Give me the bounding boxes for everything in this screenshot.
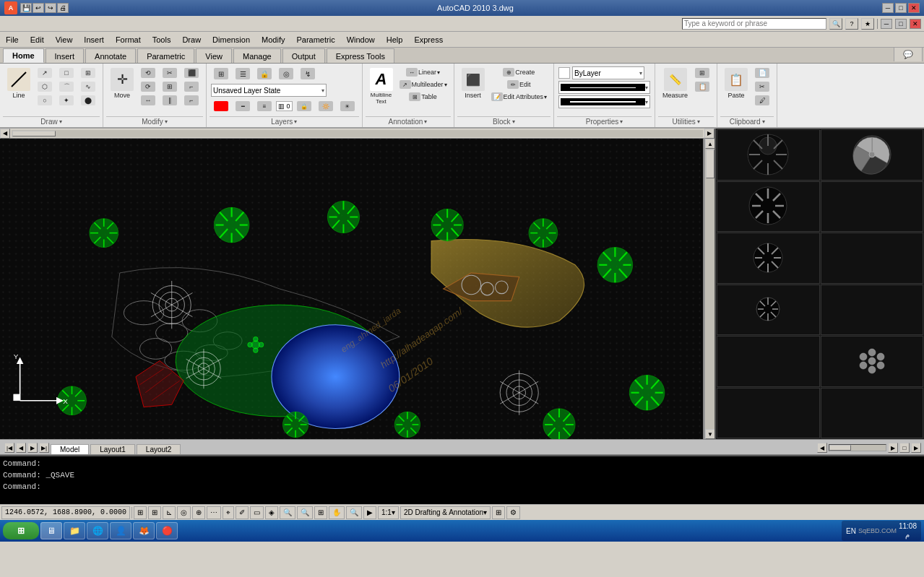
layer-dropdown[interactable]: Unsaved Layer State ▾ <box>211 84 327 97</box>
tab-chat-icon[interactable]: 💬 <box>894 47 923 61</box>
menu-insert[interactable]: Insert <box>78 32 110 47</box>
draw-btn-8[interactable]: ∿ <box>78 80 98 93</box>
menu-help[interactable]: Help <box>381 32 409 47</box>
minimize-btn[interactable]: ─ <box>882 3 894 13</box>
menu-edit[interactable]: Edit <box>25 32 50 47</box>
tool-cell-4[interactable] <box>821 181 924 233</box>
mod-btn-1[interactable]: ⟲ <box>138 66 158 79</box>
layer-num-input[interactable]: ▥ 0 <box>276 101 293 111</box>
hscroll2-next[interactable]: ▶ <box>911 443 921 453</box>
grid-btn[interactable]: ⊞ <box>148 506 161 519</box>
mod-btn-9[interactable]: ⌐ <box>181 94 202 107</box>
taskbar-btn-1[interactable]: 🖥 <box>40 522 62 539</box>
coordinates-display[interactable]: 1246.0572, 1688.8900, 0.0000 <box>1 506 130 519</box>
tab-annotate[interactable]: Annotate <box>85 48 136 63</box>
hscroll2-expand[interactable]: □ <box>899 443 910 453</box>
tool-cell-10[interactable] <box>821 336 924 387</box>
hscroll-right-btn[interactable]: ▶ <box>704 129 714 139</box>
taskbar-btn-2[interactable]: 📁 <box>64 522 85 539</box>
close-btn[interactable]: ✕ <box>908 3 920 13</box>
draw-group-label[interactable]: Draw ▾ <box>3 116 100 126</box>
redo-btn[interactable]: ↪ <box>45 3 56 13</box>
lineweight-dropdown[interactable]: ▾ <box>558 95 650 108</box>
tab-output[interactable]: Output <box>282 48 325 63</box>
cmd-input[interactable] <box>41 482 921 491</box>
hscroll2-right[interactable]: ▶ <box>888 443 898 453</box>
workspace-dropdown[interactable]: 2D Drafting & Annotation ▾ <box>400 506 491 519</box>
quick-save-btn[interactable]: 💾 <box>20 3 32 13</box>
hscroll2-left[interactable]: ◀ <box>817 443 827 453</box>
layer-btn-4[interactable]: ◎ <box>276 66 296 81</box>
polar-btn[interactable]: ◎ <box>177 506 191 519</box>
maximize-btn[interactable]: □ <box>895 3 907 13</box>
modify-group-label[interactable]: Modify ▾ <box>106 116 203 126</box>
menu-dimension[interactable]: Dimension <box>207 32 256 47</box>
color-dropdown[interactable]: ByLayer ▾ <box>572 66 644 79</box>
vscroll-thumb[interactable] <box>706 149 714 178</box>
draw-btn-9[interactable]: ⬤ <box>78 94 98 107</box>
mod-btn-8[interactable]: ⌐ <box>181 80 202 93</box>
lang-indicator[interactable]: EN <box>846 527 856 535</box>
tab-parametric[interactable]: Parametric <box>137 48 194 63</box>
zoom-icon-3[interactable]: 🔍 <box>346 506 362 519</box>
otrack-btn[interactable]: ⋯ <box>207 506 221 519</box>
tab-view[interactable]: View <box>196 48 232 63</box>
menu-parametric[interactable]: Parametric <box>290 32 340 47</box>
tool-cell-2[interactable] <box>821 129 924 181</box>
zoom-icon[interactable]: 🔍 <box>280 506 295 519</box>
tool-cell-11[interactable] <box>717 388 820 439</box>
layer-btn-2[interactable]: ☰ <box>233 66 253 81</box>
tab-express-tools[interactable]: Express Tools <box>327 48 394 63</box>
nav-icon[interactable]: ⊞ <box>314 506 327 519</box>
toolbar-icon[interactable]: ⊞ <box>492 506 505 519</box>
undo-btn[interactable]: ↩ <box>33 3 44 13</box>
ducs-btn[interactable]: ⌖ <box>223 506 234 519</box>
clipboard-group-label[interactable]: Clipboard ▾ <box>720 116 774 126</box>
tab-nav-last[interactable]: ▶| <box>39 443 49 453</box>
taskbar-btn-6[interactable]: 🔴 <box>156 522 178 539</box>
info-btn[interactable]: ? <box>845 18 858 30</box>
taskbar-btn-4[interactable]: 👤 <box>110 522 131 539</box>
layer-color-btn[interactable] <box>211 100 231 113</box>
properties-group-label[interactable]: Properties ▾ <box>557 116 652 126</box>
tab-layout2[interactable]: Layout2 <box>137 444 181 454</box>
tool-cell-6[interactable] <box>821 233 924 284</box>
layer-btn-5[interactable]: ↯ <box>298 66 318 81</box>
tool-cell-7[interactable] <box>717 285 820 336</box>
layer-lw-btn[interactable]: ≡ <box>254 100 275 113</box>
mod-btn-5[interactable]: ⊞ <box>160 80 180 93</box>
vscroll-up-btn[interactable]: ▲ <box>705 139 715 149</box>
layer-linetype-btn[interactable]: ━ <box>233 100 253 113</box>
mod-btn-6[interactable]: ∥ <box>160 94 180 107</box>
block-group-label[interactable]: Block ▾ <box>457 116 551 126</box>
menu-express[interactable]: Express <box>408 32 449 47</box>
matchprop-btn[interactable]: 🖊 <box>752 94 772 107</box>
draw-btn-5[interactable]: ⌒ <box>56 80 77 93</box>
annotation-group-label[interactable]: Annotation ▾ <box>366 116 451 126</box>
print-btn[interactable]: 🖨 <box>57 3 69 13</box>
menu-view[interactable]: View <box>50 32 79 47</box>
dyn-btn[interactable]: ✐ <box>236 506 249 519</box>
create-btn[interactable]: ⊕ Create <box>489 66 550 78</box>
menu-format[interactable]: Format <box>110 32 147 47</box>
pan-icon[interactable]: ✋ <box>329 506 345 519</box>
tool-cell-12[interactable] <box>821 388 924 439</box>
qp-btn[interactable]: ◈ <box>265 506 278 519</box>
taskbar-btn-5[interactable]: 🦊 <box>133 522 155 539</box>
osnap-btn[interactable]: ⊕ <box>192 506 205 519</box>
tab-model[interactable]: Model <box>51 444 89 454</box>
paste-button[interactable]: 📋 Paste <box>722 66 751 100</box>
tool-cell-5[interactable] <box>717 233 820 284</box>
tab-nav-prev[interactable]: ◀ <box>16 443 26 453</box>
menu-file[interactable]: File <box>0 32 25 47</box>
tab-manage[interactable]: Manage <box>233 48 281 63</box>
menu-draw[interactable]: Draw <box>176 32 207 47</box>
mod-btn-2[interactable]: ⟳ <box>138 80 158 93</box>
layer-btn-3[interactable]: 🔒 <box>254 66 275 81</box>
insert-button[interactable]: ⬛ Insert <box>459 66 488 100</box>
tab-nav-next[interactable]: ▶ <box>27 443 38 453</box>
measure-button[interactable]: 📏 Measure <box>660 66 691 100</box>
tool-cell-9[interactable] <box>717 336 820 387</box>
util-btn-1[interactable]: ⊞ <box>692 66 712 79</box>
draw-btn-4[interactable]: □ <box>56 66 77 79</box>
